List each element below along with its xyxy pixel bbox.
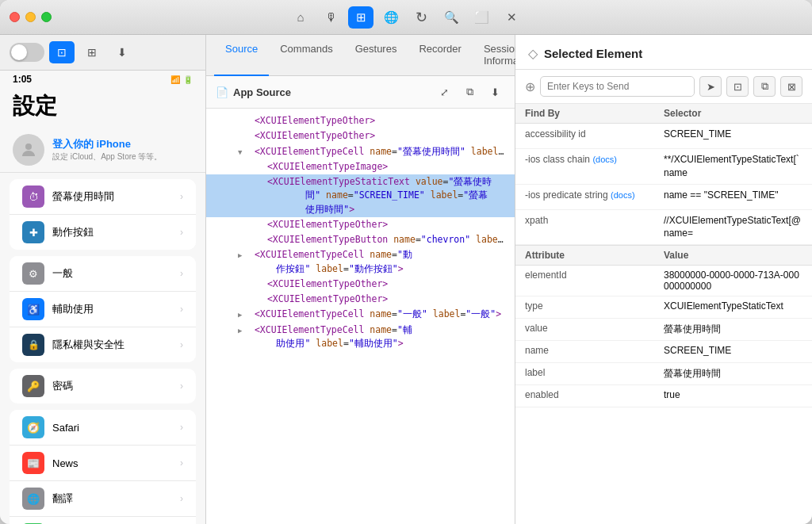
attr-key-enabled: enabled [525, 389, 664, 400]
tab-gestures[interactable]: Gestures [344, 35, 408, 76]
account-name: 登入你的 iPhone [52, 137, 162, 151]
menu-item-maps[interactable]: 🗺 地圖 › [10, 517, 196, 524]
download-icon-button[interactable]: ⬇ [109, 41, 135, 63]
send-keys-button[interactable]: ➤ [699, 76, 722, 97]
xml-line-10[interactable]: <XCUIElementTypeOther> [206, 292, 515, 307]
safari-icon: 🧭 [22, 416, 44, 438]
attributes-section-header: Attribute Value [515, 245, 812, 266]
target-icon: ⊕ [525, 79, 535, 94]
refresh-icon-button[interactable]: ↻ [408, 6, 434, 29]
menu-item-passwords[interactable]: 🔑 密碼 › [10, 369, 196, 404]
attr-val-label: 螢幕使用時間 [664, 367, 802, 381]
menu-label-privacy: 隱私權與安全性 [52, 338, 180, 352]
expand-icon-button[interactable]: ⤢ [434, 82, 454, 101]
ios-predicate-docs-link[interactable]: (docs) [611, 190, 635, 200]
tab-source[interactable]: Source [214, 35, 269, 76]
xml-line-8[interactable]: ▶ <XCUIElementTypeCell name="動 作按鈕" labe… [206, 247, 515, 277]
select-icon-button[interactable]: ⊡ [49, 41, 75, 63]
ios-account-section[interactable]: 登入你的 iPhone 設定 iCloud、App Store 等等。 [0, 128, 205, 173]
close-button[interactable] [10, 12, 20, 22]
xml-line-3[interactable]: ▼ <XCUIElementTypeCell name="螢幕使用時間" lab… [206, 144, 515, 159]
toggle-switch[interactable] [10, 43, 44, 62]
maximize-button[interactable] [41, 12, 52, 22]
attr-row-value: value 螢幕使用時間 [515, 319, 812, 341]
search-icon-button[interactable]: 🔍 [439, 6, 464, 29]
xml-line-1[interactable]: <XCUIElementTypeOther> [206, 113, 515, 128]
clear-keys-button[interactable]: ⊡ [726, 76, 749, 97]
attr-key-value: value [525, 323, 664, 334]
download-source-icon-button[interactable]: ⬇ [485, 82, 505, 101]
chevron-icon: › [180, 304, 183, 315]
add-icon-button[interactable]: ⊞ [79, 41, 105, 63]
selector-label: Selector [664, 108, 802, 119]
keys-row: ⊕ ➤ ⊡ ⧉ ⊠ [515, 70, 812, 104]
attr-key-name: name [525, 345, 664, 356]
menu-item-safari[interactable]: 🧭 Safari › [10, 410, 196, 446]
source-panel-title: App Source [233, 86, 291, 98]
status-icons: 📶 🔋 [170, 75, 193, 84]
attr-val-enabled: true [664, 389, 802, 400]
screen-time-icon: ⏱ [22, 186, 44, 208]
find-row-ios-class-chain: -ios class chain (docs) **/XCUIElementTy… [515, 149, 812, 185]
minimize-button[interactable] [25, 12, 36, 22]
find-key-ios-predicate: -ios predicate string (docs) [525, 189, 664, 202]
ios-toolbar: ⊡ ⊞ ⬇ [0, 35, 205, 71]
selected-element-icon: ◇ [528, 46, 538, 61]
privacy-icon: 🔒 [22, 334, 44, 356]
ios-panel: ⊡ ⊞ ⬇ 1:05 📶 🔋 設定 登 [0, 35, 206, 524]
tab-commands[interactable]: Commands [269, 35, 343, 76]
xml-line-11[interactable]: ▶ <XCUIElementTypeCell name="一般" label="… [206, 307, 515, 322]
tab-recorder[interactable]: Recorder [408, 35, 472, 76]
find-key-ios-class-chain: -ios class chain (docs) [525, 153, 664, 166]
news-icon: 📰 [22, 452, 44, 474]
xml-line-12[interactable]: ▶ <XCUIElementTypeCell name="輔 助使用" labe… [206, 323, 515, 352]
grid-icon-button[interactable]: ⊞ [348, 6, 373, 29]
chevron-icon: › [180, 422, 183, 433]
menu-item-screen-time[interactable]: ⏱ 螢幕使用時間 › [10, 179, 196, 215]
xml-line-6[interactable]: <XCUIElementTypeOther> [206, 217, 515, 232]
attr-row-label: label 螢幕使用時間 [515, 363, 812, 385]
xml-line-9[interactable]: <XCUIElementTypeOther> [206, 277, 515, 292]
menu-label-accessibility: 輔助使用 [52, 302, 180, 316]
globe-icon-button[interactable]: 🌐 [378, 6, 404, 29]
xml-line-5-highlighted[interactable]: <XCUIElementTypeStaticText value="螢幕使時 間… [206, 174, 515, 217]
expand-triangle[interactable]: ▶ [238, 251, 249, 262]
copy-icon-button[interactable]: ⧉ [459, 82, 480, 101]
chevron-icon: › [180, 227, 183, 238]
xml-line-7[interactable]: <XCUIElementTypeButton name="chevron" la… [206, 232, 515, 247]
expand-triangle[interactable]: ▶ [238, 326, 249, 337]
right-panel: ◇ Selected Element ⊕ ➤ ⊡ ⧉ ⊠ Find By Sel… [515, 35, 812, 524]
status-time: 1:05 [13, 74, 32, 85]
attr-val-value: 螢幕使用時間 [664, 323, 802, 336]
menu-item-news[interactable]: 📰 News › [10, 446, 196, 481]
find-key-xpath: xpath [525, 214, 664, 228]
actions-button[interactable]: ⊠ [780, 76, 802, 97]
keys-input[interactable] [540, 76, 695, 97]
battery-icon: 🔋 [183, 75, 193, 84]
menu-item-action-button[interactable]: ✚ 動作按鈕 › [10, 215, 196, 250]
expand-triangle[interactable]: ▼ [238, 147, 249, 159]
xml-line-2[interactable]: <XCUIElementTypeOther> [206, 128, 515, 143]
xml-line-4[interactable]: <XCUIElementTypeImage> [206, 159, 515, 174]
menu-item-translate[interactable]: 🌐 翻譯 › [10, 481, 196, 517]
menu-item-accessibility[interactable]: ♿ 輔助使用 › [10, 292, 196, 327]
titlebar: ⌂ 🎙 ⊞ 🌐 ↻ 🔍 ⬜ ✕ [0, 0, 812, 35]
chevron-icon: › [180, 457, 183, 469]
source-panel: Source Commands Gestures Recorder Sessio… [206, 35, 515, 524]
find-by-header: Find By Selector [515, 104, 812, 124]
screen-icon-button[interactable]: ⬜ [469, 6, 494, 29]
chevron-icon: › [180, 268, 183, 279]
copy-keys-button[interactable]: ⧉ [753, 76, 776, 97]
menu-item-general[interactable]: ⚙ 一般 › [10, 256, 196, 292]
toolbar-icons: ⌂ 🎙 ⊞ 🌐 ↻ 🔍 ⬜ ✕ [288, 6, 524, 29]
attr-row-enabled: enabled true [515, 385, 812, 407]
menu-item-privacy[interactable]: 🔒 隱私權與安全性 › [10, 327, 196, 362]
expand-triangle[interactable]: ▶ [238, 310, 249, 321]
home-icon-button[interactable]: ⌂ [288, 6, 313, 29]
wifi-icon: 📶 [170, 75, 180, 84]
close-x-icon-button[interactable]: ✕ [499, 6, 524, 29]
ios-class-chain-docs-link[interactable]: (docs) [592, 155, 617, 164]
attr-key-label: label [525, 367, 664, 378]
microphone-icon-button[interactable]: 🎙 [318, 6, 343, 29]
account-text: 登入你的 iPhone 設定 iCloud、App Store 等等。 [52, 137, 162, 163]
